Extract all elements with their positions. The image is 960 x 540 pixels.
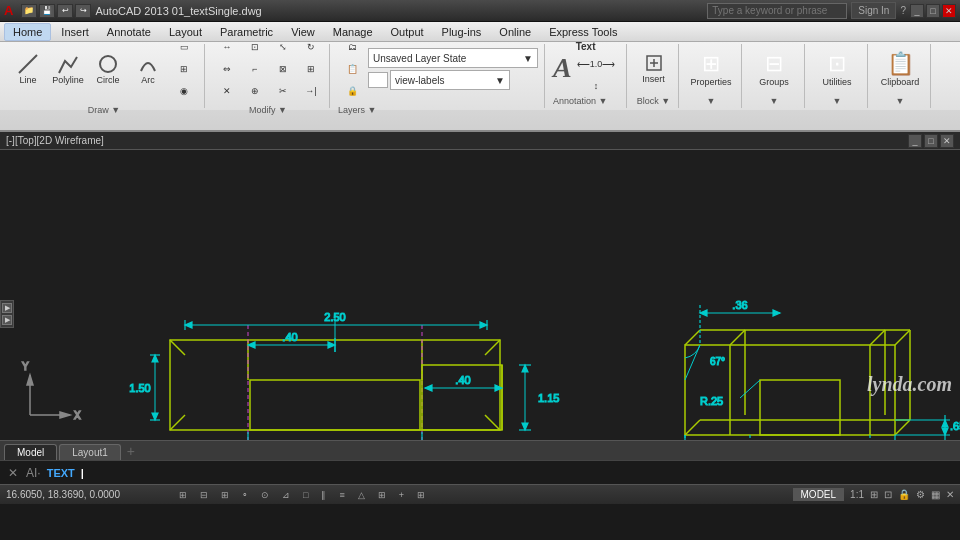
utilities-section-label: ▼ [833,94,842,106]
dim2-button[interactable]: ↕ [576,76,617,96]
help-icon[interactable]: ? [900,5,906,16]
text-tool-btn[interactable]: A Text ⟵1.0⟶ ↕ [553,46,620,90]
toolbar-btn[interactable]: ↪ [75,4,91,18]
status-anno-button[interactable]: ⊞ [412,488,430,502]
maximize-button[interactable]: □ [926,4,940,18]
technical-drawing: 2.50 1.50 .40 .40 [0,150,960,440]
cmd-close-button[interactable]: ✕ [6,466,20,480]
region-button[interactable]: ◉ [170,81,198,101]
erase-button[interactable]: ✕ [213,81,241,101]
extend-button[interactable]: →| [297,81,325,101]
status-tp-button[interactable]: △ [353,488,370,502]
fullscreen-button[interactable]: ⊡ [884,489,892,500]
canvas-area[interactable]: ▶ ▶ [0,150,960,440]
fillet-button[interactable]: ⌐ [241,59,269,79]
modify-tools: ↔ ⊡ ⤡ ↻ ⇔ ⌐ ⊠ ⊞ ✕ ⊕ ✂ →| [213,37,323,101]
zoom-button[interactable]: ⊞ [870,489,878,500]
sidebar-btn[interactable]: ▶ [2,303,12,313]
toolbar-btn[interactable]: 📁 [21,4,37,18]
svg-line-10 [485,415,500,430]
hatch-button[interactable]: ⊞ [170,59,198,79]
signin-button[interactable]: Sign In [851,2,896,19]
svg-marker-88 [942,420,948,427]
toolbar-btn[interactable]: 💾 [39,4,55,18]
title-bar: A 📁 💾 ↩ ↪ AutoCAD 2013 01_textSingle.dwg… [0,0,960,22]
clipboard-group: 📋 Clipboard ▼ [870,44,931,108]
minimize-button[interactable]: _ [910,4,924,18]
polyline-button[interactable]: Polyline [50,47,86,91]
status-snap-button[interactable]: ⊞ [174,488,192,502]
move-button[interactable]: ↔ [213,37,241,57]
view-labels-dropdown[interactable]: view-labels ▼ [390,70,510,90]
status-ducs-button[interactable]: □ [298,488,313,502]
svg-marker-20 [185,322,192,328]
explode-button[interactable]: ⊕ [241,81,269,101]
viewport-close[interactable]: ✕ [940,134,954,148]
svg-marker-43 [522,423,528,430]
svg-rect-54 [760,380,840,435]
layer-state-label: Unsaved Layer State [373,53,466,64]
close-button[interactable]: ✕ [942,4,956,18]
svg-line-9 [170,415,185,430]
svg-line-57 [895,420,910,435]
model-indicator[interactable]: MODEL [793,488,845,501]
trim-button[interactable]: ✂ [269,81,297,101]
utilities-button[interactable]: ⊡ Utilities [813,46,861,92]
layer-state-button[interactable]: 📋 [338,59,366,79]
dim-button[interactable]: ⟵1.0⟶ [576,54,617,74]
mirror-button[interactable]: ⇔ [213,59,241,79]
lock-button[interactable]: 🔒 [898,489,910,500]
status-ortho-button[interactable]: ⊞ [216,488,234,502]
arc-button[interactable]: Arc [130,47,166,91]
checkbox-viewlabels[interactable]: ✓ [368,72,388,88]
draw-tools-row: Line Polyline Circle [10,37,198,101]
viewport-minimize[interactable]: _ [908,134,922,148]
layer-props-button[interactable]: 🗂 [338,37,366,57]
status-otrack-button[interactable]: ⊿ [277,488,295,502]
groups-button[interactable]: ⊟ Groups [750,46,798,92]
add-tab-button[interactable]: + [127,444,135,460]
svg-marker-31 [328,342,335,348]
status-dyn-button[interactable]: ∥ [316,488,331,502]
viewport-restore[interactable]: □ [924,134,938,148]
array-button[interactable]: ⊞ [297,59,325,79]
layer-state-dropdown[interactable]: Unsaved Layer State ▼ [368,48,538,68]
properties-button[interactable]: ⊞ Properties [687,46,735,92]
text-icon: A [553,54,572,82]
status-qp-button[interactable]: ⊞ [373,488,391,502]
menu-express[interactable]: Express Tools [541,24,625,40]
stretch-button[interactable]: ⤡ [269,37,297,57]
svg-line-60 [685,420,700,435]
layer-isolate-button[interactable]: 🔒 [338,81,366,101]
sidebar-btn2[interactable]: ▶ [2,315,12,325]
status-lw-button[interactable]: ≡ [334,488,349,502]
status-sc-button[interactable]: + [394,488,409,502]
svg-line-72 [740,380,760,398]
copy-button[interactable]: ⊡ [241,37,269,57]
toolbar-btn[interactable]: ↩ [57,4,73,18]
status-grid-button[interactable]: ⊟ [195,488,213,502]
model-tab[interactable]: Model [4,444,57,460]
svg-marker-102 [60,412,70,418]
search-input[interactable] [707,3,847,19]
clipboard-icon: 📋 [887,51,914,77]
ribbon-content: Line Polyline Circle [0,42,960,110]
scale-button[interactable]: ⊠ [269,59,297,79]
status-polar-button[interactable]: ∘ [237,488,253,502]
modify-group: ↔ ⊡ ⤡ ↻ ⇔ ⌐ ⊠ ⊞ ✕ ⊕ ✂ →| Modify ▼ [207,44,330,108]
insert-button[interactable]: Insert [636,46,672,90]
clean-button[interactable]: ✕ [946,489,954,500]
svg-text:.36: .36 [732,299,747,311]
layout1-tab[interactable]: Layout1 [59,444,121,460]
rectangle-button[interactable]: ▭ [170,37,198,57]
status-osnap-button[interactable]: ⊙ [256,488,274,502]
clipboard-button[interactable]: 📋 Clipboard [876,46,924,92]
svg-text:.40: .40 [455,374,470,386]
circle-button[interactable]: Circle [90,47,126,91]
panel-button[interactable]: ▦ [931,489,940,500]
rotate-button[interactable]: ↻ [297,37,325,57]
svg-line-63 [870,330,885,345]
line-button[interactable]: Line [10,47,46,91]
settings-button[interactable]: ⚙ [916,489,925,500]
properties-section-label: ▼ [707,94,716,106]
